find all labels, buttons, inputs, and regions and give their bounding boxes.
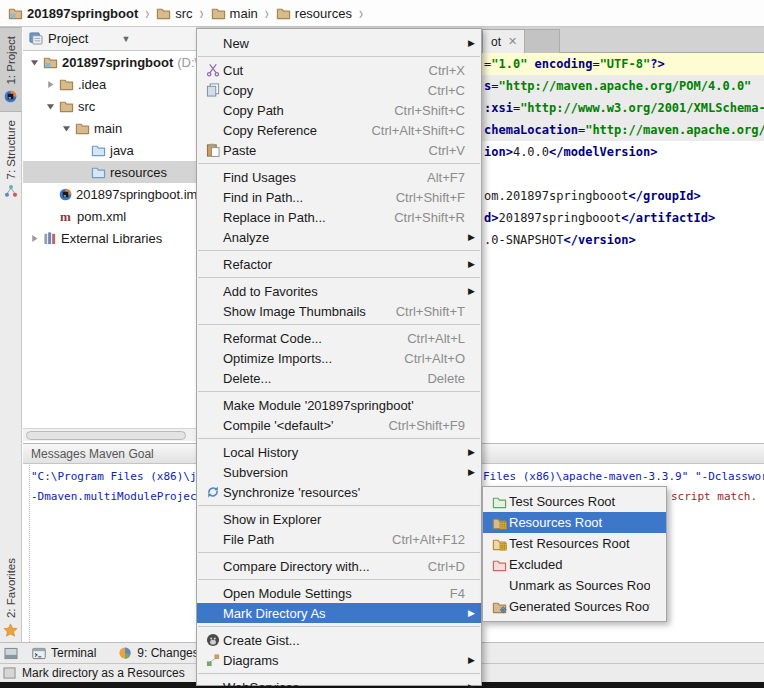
menu-item-open-module-settings[interactable]: Open Module SettingsF4	[197, 583, 481, 603]
breadcrumb-item-main[interactable]: main	[211, 6, 258, 21]
menu-item-synchronize-resources[interactable]: Synchronize 'resources'	[197, 482, 481, 502]
star-icon	[3, 623, 18, 637]
menu-item-paste[interactable]: PasteCtrl+V	[197, 140, 481, 160]
tree-item-external-libraries[interactable]: External Libraries	[23, 227, 196, 249]
tree-item-resources[interactable]: resources	[23, 161, 196, 183]
scrollbar-thumb[interactable]	[26, 431, 186, 440]
menu-item-label: Unmark as Sources Root	[509, 578, 650, 593]
tree-collapsed-icon[interactable]	[45, 80, 55, 89]
tree-collapsed-icon[interactable]	[29, 234, 39, 243]
menu-item-replace-in-path[interactable]: Replace in Path...Ctrl+Shift+R	[197, 207, 481, 227]
menu-item-optimize-imports[interactable]: Optimize Imports...Ctrl+Alt+O	[197, 348, 481, 368]
menu-item-cut[interactable]: CutCtrl+X	[197, 60, 481, 80]
menu-item-show-image-thumbnails[interactable]: Show Image ThumbnailsCtrl+Shift+T	[197, 301, 481, 321]
menu-item-refactor[interactable]: Refactor▶	[197, 254, 481, 274]
menu-item-label: Reformat Code...	[223, 331, 393, 346]
menu-item-copy[interactable]: CopyCtrl+C	[197, 80, 481, 100]
menu-item-label: Resources Root	[509, 515, 650, 530]
menu-item-label: Synchronize 'resources'	[223, 485, 465, 500]
folder-tan-icon	[211, 6, 226, 20]
changes-button[interactable]: 9: Changes	[110, 643, 206, 664]
project-folder-icon	[8, 6, 23, 20]
menu-item-label: Copy	[223, 83, 414, 98]
diagrams-icon	[203, 653, 223, 667]
code-segment: </modelVersion>	[549, 145, 657, 159]
tree-item-main[interactable]: main	[23, 117, 196, 139]
menu-item-analyze[interactable]: Analyze▶	[197, 227, 481, 247]
menu-item-shortcut: F4	[450, 586, 465, 601]
breadcrumb-separator-icon: ›	[200, 3, 204, 24]
menu-item-unmark-as-sources-root[interactable]: Unmark as Sources Root	[483, 575, 666, 596]
menu-item-test-sources-root[interactable]: Test Sources Root	[483, 491, 666, 512]
menu-item-create-gist[interactable]: Create Gist...	[197, 630, 481, 650]
menu-item-copy-path[interactable]: Copy PathCtrl+Shift+C	[197, 100, 481, 120]
project-panel-header[interactable]: Project ▼	[23, 27, 196, 51]
menu-item-diagrams[interactable]: Diagrams▶	[197, 650, 481, 670]
tree-expanded-icon[interactable]	[61, 124, 71, 133]
menu-item-generated-sources-root[interactable]: Generated Sources Root	[483, 596, 666, 617]
mark-directory-as-submenu: Test Sources RootResources RootTest Reso…	[482, 486, 667, 622]
paste-icon	[203, 143, 223, 157]
tree-item-java[interactable]: java	[23, 139, 196, 161]
menu-item-label: Find Usages	[223, 170, 413, 185]
menu-item-shortcut: Ctrl+Shift+F9	[388, 418, 465, 433]
menu-item-copy-reference[interactable]: Copy ReferenceCtrl+Alt+Shift+C	[197, 120, 481, 140]
tree-item-label: External Libraries	[61, 231, 162, 246]
project-tree-hscrollbar[interactable]	[23, 428, 196, 441]
menu-separator	[198, 277, 480, 278]
terminal-button[interactable]: Terminal	[24, 643, 104, 664]
breadcrumb-label: resources	[295, 6, 352, 21]
stripe-tab-1-project[interactable]: 1: Project	[0, 27, 22, 112]
editor-tab[interactable]: ot ✕	[482, 29, 526, 53]
copy-icon	[203, 83, 223, 97]
breadcrumb-label: src	[175, 6, 192, 21]
menu-item-label: Compile '<default>'	[223, 418, 374, 433]
tree-item-label: java	[110, 143, 134, 158]
menu-item-resources-root[interactable]: Resources Root	[483, 512, 666, 533]
menu-separator	[198, 163, 480, 164]
menu-item-test-resources-root[interactable]: Test Resources Root	[483, 533, 666, 554]
menu-item-compile-default[interactable]: Compile '<default>'Ctrl+Shift+F9	[197, 415, 481, 435]
breadcrumb-item-201897springboot[interactable]: 201897springboot	[8, 6, 138, 21]
menu-separator	[198, 438, 480, 439]
menu-item-webservices[interactable]: WebServices▶	[197, 677, 481, 688]
menu-item-show-in-explorer[interactable]: Show in Explorer	[197, 509, 481, 529]
stripe-tab-2-favorites[interactable]: 2: Favorites	[0, 550, 22, 645]
menu-item-compare-directory-with[interactable]: Compare Directory with...Ctrl+D	[197, 556, 481, 576]
menu-item-file-path[interactable]: File PathCtrl+Alt+F12	[197, 529, 481, 549]
menu-item-new[interactable]: New▶	[197, 33, 481, 53]
menu-item-find-in-path[interactable]: Find in Path...Ctrl+Shift+F	[197, 187, 481, 207]
ide-window: 201897springboot›src›main›resources› 1: …	[0, 0, 764, 688]
project-view-icon	[29, 32, 43, 45]
menu-item-find-usages[interactable]: Find UsagesAlt+F7	[197, 167, 481, 187]
tree-item-pom-xml[interactable]: mpom.xml	[23, 205, 196, 227]
code-segment: om.201897springbooot	[484, 189, 629, 203]
menu-item-make-module-201897springboot[interactable]: Make Module '201897springboot'	[197, 395, 481, 415]
stripe-tab-7-structure[interactable]: 7: Structure	[0, 112, 22, 206]
close-icon[interactable]: ✕	[508, 35, 517, 48]
menu-item-local-history[interactable]: Local History▶	[197, 442, 481, 462]
menu-item-excluded[interactable]: Excluded	[483, 554, 666, 575]
menu-item-reformat-code[interactable]: Reformat Code...Ctrl+Alt+L	[197, 328, 481, 348]
tool-window-stripe: 1: Project7: Structure2: Favorites	[0, 27, 22, 645]
menu-separator	[198, 324, 480, 325]
tree-item-src[interactable]: src	[23, 95, 196, 117]
menu-item-add-to-favorites[interactable]: Add to Favorites▶	[197, 281, 481, 301]
tree-item-201897springboot[interactable]: 201897springboot (D:\n	[23, 51, 196, 73]
menu-item-subversion[interactable]: Subversion▶	[197, 462, 481, 482]
tree-item-201897springboot-im[interactable]: 201897springboot.im	[23, 183, 196, 205]
breadcrumb-item-resources[interactable]: resources	[276, 6, 352, 21]
tree-expanded-icon[interactable]	[45, 102, 55, 111]
tree-item-idea[interactable]: .idea	[23, 73, 196, 95]
menu-item-delete[interactable]: Delete...Delete	[197, 368, 481, 388]
breadcrumb-label: 201897springboot	[27, 6, 138, 21]
breadcrumb-item-src[interactable]: src	[156, 6, 192, 21]
code-segment: :xsi	[484, 101, 513, 115]
menu-item-shortcut: Ctrl+Shift+T	[396, 304, 465, 319]
menu-item-mark-directory-as[interactable]: Mark Directory As▶	[197, 603, 481, 623]
code-segment: "1.0"	[491, 57, 527, 71]
editor-tab-inactive[interactable]	[524, 29, 560, 53]
github-icon	[203, 633, 223, 647]
tree-expanded-icon[interactable]	[29, 58, 39, 67]
toolwindow-toggle-icon[interactable]	[4, 647, 18, 660]
